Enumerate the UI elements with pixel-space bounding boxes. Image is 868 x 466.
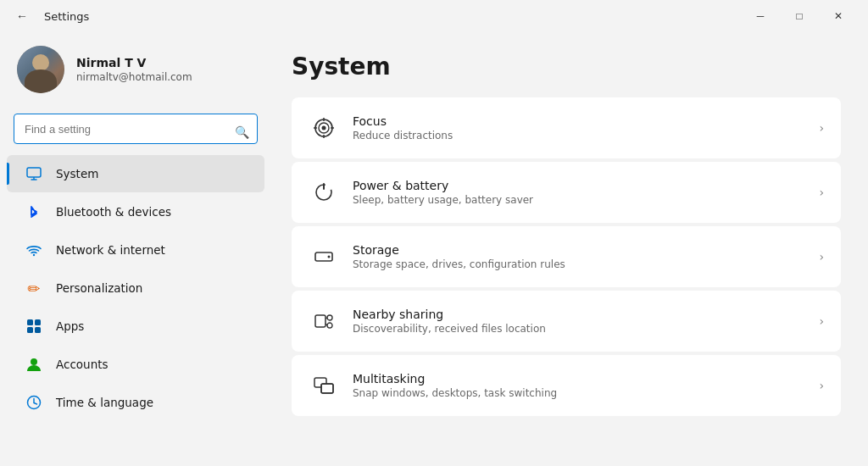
- user-name: Nirmal T V: [76, 56, 192, 69]
- search-input[interactable]: [14, 114, 258, 144]
- storage-desc: Storage space, drives, configuration rul…: [353, 258, 805, 270]
- app-title: Settings: [44, 10, 89, 23]
- personalization-icon: ✏️: [24, 278, 44, 298]
- back-button[interactable]: ←: [10, 4, 34, 28]
- svg-rect-21: [315, 315, 326, 327]
- nearby-sharing-text: Nearby sharing Discoverability, received…: [353, 308, 805, 335]
- sidebar-item-bluetooth-label: Bluetooth & devices: [56, 205, 171, 219]
- power-text: Power & battery Sleep, battery usage, ba…: [353, 179, 805, 206]
- avatar: [17, 46, 64, 93]
- multitasking-chevron: ›: [819, 379, 824, 392]
- focus-title: Focus: [353, 114, 805, 128]
- svg-point-3: [33, 254, 35, 256]
- svg-point-23: [327, 323, 332, 328]
- svg-rect-5: [35, 319, 41, 325]
- close-button[interactable]: ✕: [819, 0, 858, 32]
- sidebar-item-personalization[interactable]: ✏️ Personalization: [7, 269, 264, 307]
- content-area: System Focus Reduce: [271, 32, 868, 466]
- main-layout: Nirmal T V nirmaltv@hotmail.com 🔍 System: [0, 32, 868, 466]
- focus-chevron: ›: [819, 121, 824, 135]
- sidebar-item-accounts[interactable]: Accounts: [7, 346, 264, 383]
- svg-rect-0: [27, 168, 41, 177]
- user-profile[interactable]: Nirmal T V nirmaltv@hotmail.com: [0, 32, 271, 110]
- sidebar-item-time-label: Time & language: [56, 396, 153, 409]
- settings-item-nearby-sharing[interactable]: Nearby sharing Discoverability, received…: [292, 291, 841, 352]
- svg-point-12: [322, 126, 326, 130]
- nearby-sharing-desc: Discoverability, received files location: [353, 323, 805, 335]
- window-controls: ─ □ ✕: [741, 0, 858, 32]
- multitasking-title: Multitasking: [353, 372, 805, 386]
- svg-point-8: [31, 358, 37, 365]
- power-title: Power & battery: [353, 179, 805, 192]
- sidebar-item-system-label: System: [56, 167, 98, 180]
- multitasking-text: Multitasking Snap windows, desktops, tas…: [353, 372, 805, 399]
- system-icon: [24, 164, 44, 184]
- power-icon: [309, 177, 339, 208]
- power-chevron: ›: [819, 186, 824, 199]
- title-bar: ← Settings ─ □ ✕: [0, 0, 868, 32]
- multitasking-icon: [309, 370, 339, 401]
- network-icon: [24, 240, 44, 260]
- settings-item-storage[interactable]: Storage Storage space, drives, configura…: [292, 226, 841, 287]
- sidebar-item-system[interactable]: System: [7, 155, 264, 192]
- time-icon: [24, 392, 44, 413]
- svg-point-22: [327, 315, 332, 320]
- sidebar-nav: System Bluetooth & devices: [0, 154, 271, 422]
- sidebar-item-time[interactable]: Time & language: [7, 384, 264, 421]
- apps-icon: [24, 316, 44, 336]
- settings-item-focus[interactable]: Focus Reduce distractions ›: [292, 97, 841, 158]
- sidebar-item-network[interactable]: Network & internet: [7, 231, 264, 269]
- svg-rect-4: [27, 319, 33, 325]
- storage-chevron: ›: [819, 250, 824, 264]
- multitasking-desc: Snap windows, desktops, task switching: [353, 387, 805, 399]
- sidebar-item-personalization-label: Personalization: [56, 281, 142, 295]
- svg-rect-6: [27, 327, 33, 333]
- svg-rect-7: [35, 327, 41, 333]
- sidebar-item-apps-label: Apps: [56, 319, 84, 333]
- title-bar-left: ← Settings: [10, 4, 741, 28]
- nearby-sharing-icon: [309, 306, 339, 336]
- storage-icon: [309, 241, 339, 272]
- sidebar-item-apps[interactable]: Apps: [7, 308, 264, 345]
- bluetooth-icon: [24, 202, 44, 222]
- sidebar: Nirmal T V nirmaltv@hotmail.com 🔍 System: [0, 32, 271, 466]
- sidebar-item-accounts-label: Accounts: [56, 358, 108, 371]
- svg-rect-27: [321, 384, 333, 393]
- focus-icon: [309, 113, 339, 143]
- svg-point-20: [328, 256, 331, 258]
- search-container: 🔍: [0, 110, 271, 154]
- svg-line-24: [326, 318, 327, 319]
- minimize-button[interactable]: ─: [741, 0, 780, 32]
- page-title: System: [292, 53, 841, 80]
- focus-desc: Reduce distractions: [353, 130, 805, 141]
- settings-item-multitasking[interactable]: Multitasking Snap windows, desktops, tas…: [292, 355, 841, 416]
- sidebar-item-bluetooth[interactable]: Bluetooth & devices: [7, 193, 264, 230]
- accounts-icon: [24, 354, 44, 374]
- nearby-sharing-chevron: ›: [819, 314, 824, 328]
- avatar-image: [17, 46, 64, 93]
- focus-text: Focus Reduce distractions: [353, 114, 805, 141]
- storage-title: Storage: [353, 243, 805, 257]
- power-desc: Sleep, battery usage, battery saver: [353, 194, 805, 206]
- sidebar-item-network-label: Network & internet: [56, 243, 165, 257]
- user-email: nirmaltv@hotmail.com: [76, 71, 192, 83]
- maximize-button[interactable]: □: [780, 0, 819, 32]
- user-info: Nirmal T V nirmaltv@hotmail.com: [76, 56, 192, 83]
- settings-list: Focus Reduce distractions › Power & batt…: [292, 97, 841, 416]
- nearby-sharing-title: Nearby sharing: [353, 308, 805, 321]
- storage-text: Storage Storage space, drives, configura…: [353, 243, 805, 270]
- settings-item-power[interactable]: Power & battery Sleep, battery usage, ba…: [292, 162, 841, 223]
